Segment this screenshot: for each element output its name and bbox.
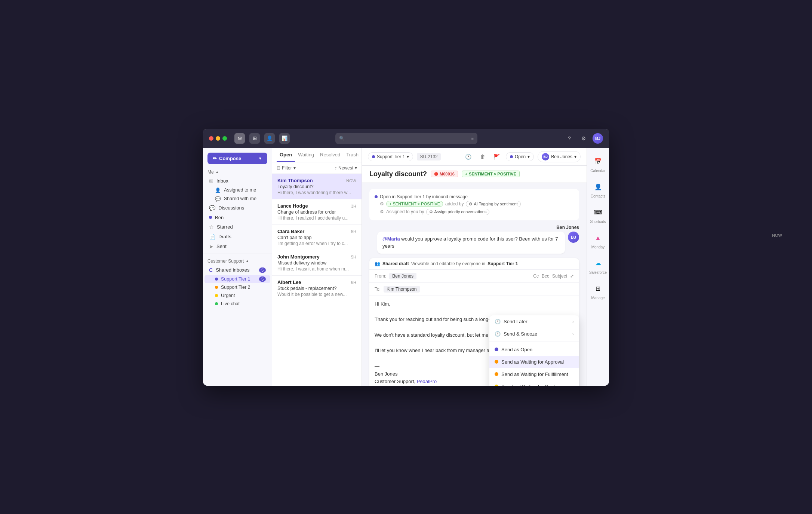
draft-cc-btn[interactable]: Cc [533,273,539,279]
arrow-icon-1: › [572,319,574,324]
help-icon[interactable]: ? [564,133,575,144]
conv-item-header-2: Clara Baker 5H [277,229,356,234]
expand-icon[interactable]: ⤢ [570,273,574,279]
tag-sentiment[interactable]: + SENTIMENT > POSITIVE [462,171,520,177]
tab-resolved[interactable]: Resolved [317,148,343,162]
draft-header-label: Shared draft [382,261,409,266]
send-as-open-item[interactable]: Send as Open [489,343,579,356]
draft-area: 👥 Shared draft Viewable and editable by … [369,258,579,386]
sidebar-item-inbox[interactable]: ✉ Inbox [204,176,270,186]
conv-preview-1: Hi there, I realized I accidentally u... [277,215,356,221]
conv-item-0[interactable]: Kim Thompson NOW Loyalty discount? Hi th… [272,174,362,199]
conv-time-3: 5H [351,255,356,259]
settings-icon[interactable]: ⚙ [578,133,589,144]
sidebar-item-shared-with-me[interactable]: 💬 Shared with me [204,195,270,203]
support-tier-badge[interactable]: Support Tier 1 ▾ [368,152,413,161]
send-later-item[interactable]: 🕐 Send Later › [489,315,579,328]
manage-label: Manage [591,296,605,300]
conv-sender-2: Clara Baker [277,229,304,234]
salesforce-icon: ☁ [592,257,604,269]
status-label: Open [515,154,526,159]
right-panel-calendar[interactable]: 📅 Calendar [588,153,608,176]
conv-time-4: 6H [351,280,356,285]
minimize-button[interactable] [216,136,220,141]
tag-m60016-icon: 🔴 [434,172,438,176]
sidebar-item-support-tier-1[interactable]: Support Tier 1 5 [204,275,270,283]
send-as-waiting-approval-item[interactable]: Send as Waiting for Approval [489,356,579,368]
email-subject: Loyalty discount? [369,170,427,178]
conv-item-4[interactable]: Albert Lee 6H Stuck pedals - replacement… [272,276,362,301]
waiting-approval-dot [495,360,498,364]
monday-icon: ▲ [592,232,604,244]
conv-item-header-4: Albert Lee 6H [277,279,356,285]
assign-priority-tag: ⚙ Assign priority conversations [426,209,489,215]
urgent-dot [215,294,218,297]
support-tier-2-dot [215,286,218,289]
right-panel-salesforce[interactable]: ☁ Salesforce [588,254,608,278]
conv-sender-4: Albert Lee [277,279,301,285]
right-panel-contacts[interactable]: 👤 Contacts [588,178,608,201]
monday-label: Monday [591,245,605,249]
person-icon[interactable]: 👤 [264,133,275,144]
salesforce-label: Salesforce [589,270,607,275]
compose-button[interactable]: ✏ Compose ▼ [207,153,267,164]
close-button[interactable] [209,136,213,141]
tab-trash[interactable]: Trash [343,148,362,162]
sort-button[interactable]: ↕ Newest ▾ [335,165,357,171]
right-panel-monday[interactable]: ▲ Monday [588,229,608,252]
msg-body: would you approve a loyalty promo code f… [382,236,558,249]
send-snooze-item[interactable]: 🕐 Send & Snooze › [489,328,579,340]
tab-open[interactable]: Open [277,148,295,162]
customer-support-header: Customer Support ▲ [203,256,272,265]
sidebar-item-assigned-to-me[interactable]: 👤 Assigned to me [204,186,270,195]
sent-icon: ➤ [209,244,213,250]
conv-item-header-1: Lance Hodge 3H [277,203,356,209]
chart-icon[interactable]: 📊 [279,133,290,144]
support-tier-caret: ▾ [407,154,409,159]
search-bar[interactable]: 🔍 ≡ [335,133,477,144]
sidebar-item-ben[interactable]: Ben [204,213,270,222]
status-badge[interactable]: Open ▾ [506,152,534,161]
waiting-fulfillment-dot [495,372,498,376]
filter-button[interactable]: ⊟ Filter ▾ [277,165,296,171]
maximize-button[interactable] [222,136,227,141]
user-avatar[interactable]: BJ [593,133,603,144]
tag-m60016[interactable]: 🔴 M60016 [431,171,458,177]
sidebar-item-live-chat[interactable]: Live chat [204,300,270,308]
discussions-icon: 💬 [209,205,215,211]
right-panel-shortcuts[interactable]: ⌨ Shortcuts [588,204,608,227]
sidebar-item-support-tier-2[interactable]: Support Tier 2 [204,283,270,291]
conv-item-1[interactable]: Lance Hodge 3H Change of address for ord… [272,199,362,225]
conv-sender-0: Kim Thompson [277,178,313,183]
sidebar-item-sent[interactable]: ➤ Sent [204,242,270,251]
activity-dot-1 [375,195,378,198]
shared-inboxes-icon: C [209,267,213,273]
inbox-icon[interactable]: ✉ [234,133,245,144]
sidebar-item-discussions[interactable]: 💬 Discussions [204,203,270,213]
conv-item-3[interactable]: John Montgomery 5H Missed delivery windo… [272,250,362,276]
draft-subject-btn[interactable]: Subject [552,273,567,279]
sidebar-item-urgent[interactable]: Urgent [204,291,270,300]
me-section-header: Me ▲ [203,167,272,176]
alarm-icon[interactable]: 🕐 [463,152,474,162]
draft-link[interactable]: PedalPro [417,379,437,384]
trash-icon[interactable]: 🗑 [477,152,488,162]
assignee-badge[interactable]: BJ Ben Jones ▾ [538,151,581,162]
flag-icon[interactable]: 🚩 [492,152,502,162]
sidebar-item-starred[interactable]: ☆ Starred [204,222,270,232]
sidebar: ✏ Compose ▼ Me ▲ ✉ Inbox 👤 Assigned to m… [203,148,272,386]
grid-icon[interactable]: ⊞ [249,133,260,144]
sidebar-item-drafts[interactable]: 📄 Drafts [204,232,270,242]
compose-label: Compose [219,156,241,161]
conv-preview-2: I'm getting an error when I try to c... [277,241,356,246]
conv-item-2[interactable]: Clara Baker 5H Can't pair to app I'm get… [272,225,362,250]
tab-waiting[interactable]: Waiting [295,148,317,162]
main-content: ✏ Compose ▼ Me ▲ ✉ Inbox 👤 Assigned to m… [203,148,609,386]
send-as-waiting-customer-item[interactable]: Send as Waiting for Customer [489,380,579,386]
titlebar-right: ? ⚙ BJ [564,133,603,144]
draft-bcc-btn[interactable]: Bcc [542,273,549,279]
conv-time-2: 5H [351,229,356,234]
right-panel-manage[interactable]: ⊞ Manage [588,280,608,303]
send-as-waiting-fullfillment-item[interactable]: Send as Waiting for Fullfillment [489,368,579,380]
sidebar-item-shared-inboxes[interactable]: C Shared inboxes 5 [204,265,270,275]
